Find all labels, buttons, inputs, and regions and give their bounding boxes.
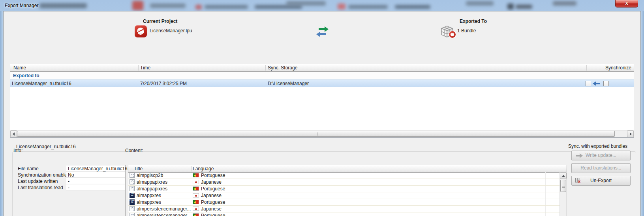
- japan-flag-icon: [193, 180, 199, 184]
- column-header-synchronize[interactable]: Synchronize: [605, 65, 631, 71]
- info-label: Info:: [13, 148, 23, 153]
- content-title: almappxres: [137, 193, 161, 198]
- title-bar[interactable]: Export Manager x: [0, 0, 644, 11]
- table-row[interactable]: LicenseManager_ru.tbulic16 7/20/2017 3:0…: [10, 80, 634, 87]
- column-header-name[interactable]: Name: [13, 65, 26, 71]
- hscrollbar-thumb[interactable]: [17, 131, 615, 137]
- info-key: Last translations read: [18, 185, 63, 190]
- content-table-header[interactable]: Title Language: [128, 165, 567, 173]
- window-frame-left: [0, 11, 3, 216]
- vscrollbar-thumb[interactable]: [560, 180, 566, 192]
- scroll-right-button[interactable]: [627, 130, 634, 137]
- portugal-flag-icon: [193, 213, 199, 216]
- content-language: Portuguese: [201, 186, 225, 192]
- bundles-table-header[interactable]: Name Time Sync. Storage Synchronize: [10, 64, 634, 72]
- resource-icon: [130, 213, 135, 216]
- bitmap-icon: LICENMA: [130, 193, 135, 198]
- sync-panel-label: Sync. with exported bundles: [568, 143, 627, 149]
- column-header-storage[interactable]: Sync. Storage: [268, 65, 297, 71]
- content-language: Japanese: [201, 206, 222, 212]
- button-label: Un-Export: [590, 178, 612, 183]
- content-language: Japanese: [201, 193, 222, 198]
- current-project-file: LicenseManager.lpu: [150, 28, 192, 34]
- scroll-up-button[interactable]: [560, 172, 567, 179]
- japan-flag-icon: [193, 207, 199, 211]
- japan-flag-icon: [193, 193, 199, 197]
- export-manager-window: Export Manager x Current Project License…: [0, 0, 644, 216]
- info-key: Synchronization enabled: [18, 172, 69, 178]
- sync-direction-arrow-icon: [593, 81, 601, 86]
- group-row-label: Exported to: [13, 73, 39, 78]
- window-frame-right: [641, 11, 644, 216]
- bitmap-icon: LICENMA: [130, 199, 135, 205]
- content-language: Portuguese: [201, 213, 225, 216]
- resource-icon: [130, 206, 135, 211]
- button-label: Write update...: [586, 153, 616, 158]
- info-value: No: [66, 172, 125, 178]
- exported-to-label: Exported To: [460, 19, 487, 24]
- bundle-storage: D:\LicenseManager: [268, 81, 309, 86]
- resource-icon: [130, 173, 135, 178]
- column-header-title[interactable]: Title: [134, 166, 143, 171]
- portugal-flag-icon: [193, 186, 199, 191]
- content-row[interactable]: LICENMA almappxres Portuguese: [128, 199, 560, 206]
- resource-icon: [130, 186, 135, 191]
- content-language: Portuguese: [201, 173, 225, 178]
- info-key: File name: [18, 166, 39, 171]
- sync-read-checkbox[interactable]: [586, 81, 591, 86]
- content-row[interactable]: almappapixres Japanese: [128, 179, 560, 186]
- content-label: Content:: [125, 148, 143, 153]
- bundle-name: LicenseManager_ru.tbulic16: [12, 81, 71, 86]
- content-row[interactable]: LICENMA almappxres Japanese: [128, 192, 560, 199]
- close-button[interactable]: x: [615, 0, 638, 7]
- info-value: LicenseManager_ru.tbulic16: [66, 166, 125, 171]
- current-project-label: Current Project: [143, 19, 177, 24]
- sync-arrows-icon: [316, 26, 330, 37]
- portugal-flag-icon: [193, 173, 199, 177]
- write-update-button[interactable]: Write update...: [571, 151, 631, 160]
- exported-bundle-count: 1 Bundle: [457, 28, 476, 34]
- content-vscrollbar[interactable]: [560, 172, 567, 216]
- content-title: almappapixres: [137, 179, 167, 185]
- bundle-time: 7/20/2017 3:02:25 PM: [140, 81, 187, 86]
- resource-icon: [130, 179, 135, 184]
- content-row[interactable]: almappapixres Portuguese: [128, 186, 560, 192]
- content-title: almappapixres: [137, 186, 167, 192]
- content-title: almpersistencemanager...: [137, 206, 191, 212]
- content-title: almpersistencemanager...: [137, 213, 191, 216]
- info-property-grid: File name LicenseManager_ru.tbulic16 Syn…: [16, 165, 126, 216]
- sync-write-checkbox[interactable]: [603, 81, 609, 86]
- column-header-language[interactable]: Language: [193, 166, 214, 171]
- bundles-table[interactable]: Name Time Sync. Storage Synchronize Expo…: [10, 64, 634, 138]
- unexport-cube-icon: ×: [575, 178, 582, 184]
- content-language: Portuguese: [201, 199, 225, 205]
- button-label: Read translations...: [580, 165, 621, 171]
- content-row[interactable]: almpersistencemanager... Portuguese: [128, 212, 560, 216]
- info-value: -: [66, 178, 125, 184]
- info-key: Last update written: [18, 179, 58, 184]
- project-file-icon: [135, 25, 147, 37]
- bundle-details-label: LicenseManager_ru.tbulic16: [15, 144, 77, 149]
- content-title: almappxres: [137, 199, 161, 205]
- bundles-hscrollbar[interactable]: [10, 130, 634, 137]
- info-value: -: [66, 184, 125, 190]
- column-header-time[interactable]: Time: [140, 65, 150, 71]
- portugal-flag-icon: [193, 200, 199, 204]
- content-language: Japanese: [201, 179, 222, 185]
- dialog-client-area: Current Project LicenseManager.lpu Expor…: [3, 11, 641, 216]
- un-export-button[interactable]: × Un-Export: [571, 176, 631, 186]
- read-translations-button[interactable]: Read translations...: [571, 163, 631, 173]
- content-row[interactable]: almpgiscp2b Portuguese: [128, 172, 560, 179]
- content-title: almpgiscp2b: [137, 173, 163, 178]
- bundle-badge-icon: [449, 31, 456, 38]
- group-row-exported-to[interactable]: Exported to: [10, 72, 634, 80]
- content-row[interactable]: almpersistencemanager... Japanese: [128, 206, 560, 212]
- scroll-left-button[interactable]: [10, 130, 17, 137]
- window-title: Export Manager: [5, 3, 38, 8]
- content-table[interactable]: Title Language almpgiscp2b Portuguese al…: [128, 165, 567, 216]
